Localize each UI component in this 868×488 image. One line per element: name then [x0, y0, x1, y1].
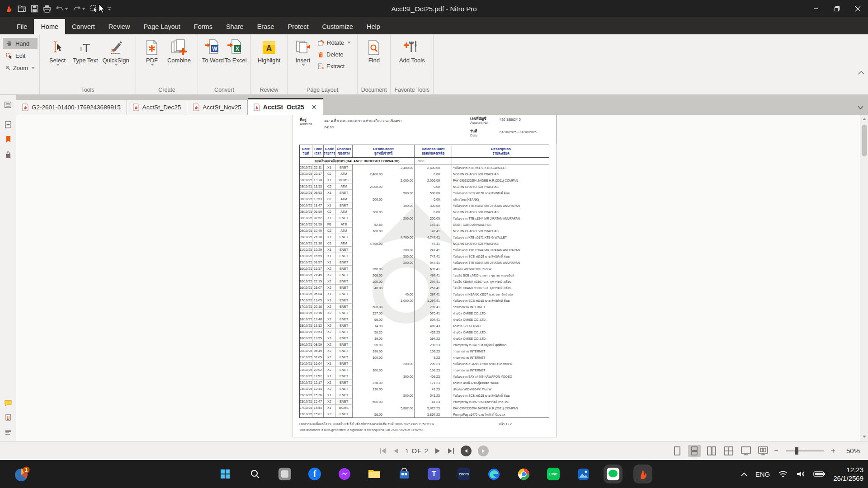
- menu-item-erase[interactable]: Erase: [250, 19, 281, 34]
- undo-button[interactable]: [55, 3, 69, 14]
- attachments-panel-icon[interactable]: [4, 413, 13, 422]
- collapse-ribbon-icon[interactable]: [858, 70, 864, 75]
- find-button[interactable]: Find: [361, 37, 387, 64]
- continuous-view-icon[interactable]: [688, 445, 701, 457]
- to-word-button[interactable]: W To Word: [202, 37, 224, 64]
- menu-item-convert[interactable]: Convert: [65, 19, 102, 34]
- fullscreen-view-icon[interactable]: [740, 445, 752, 457]
- zoom-slider-handle[interactable]: [795, 447, 798, 455]
- edit-tool-button[interactable]: Edit: [3, 50, 38, 61]
- grid-view-icon[interactable]: [722, 445, 735, 457]
- start-button[interactable]: [218, 467, 232, 481]
- menu-item-share[interactable]: Share: [219, 19, 250, 34]
- clock[interactable]: 12:23 26/1/2569: [833, 465, 863, 483]
- sidebar-toggle-icon[interactable]: [0, 95, 16, 115]
- last-page-button[interactable]: [447, 448, 454, 454]
- tab-close-icon[interactable]: ✕: [311, 103, 317, 111]
- quicksign-button[interactable]: x QuickSign: [99, 37, 132, 66]
- zoom-in-button[interactable]: +: [831, 446, 835, 455]
- microsoft-store-icon[interactable]: [397, 467, 411, 481]
- task-view-icon[interactable]: [278, 467, 292, 481]
- zoom-percentage[interactable]: 50%: [846, 447, 860, 455]
- bookmarks-panel-icon[interactable]: [4, 135, 13, 144]
- menu-item-customize[interactable]: Customize: [315, 19, 360, 34]
- file-explorer-icon[interactable]: [368, 467, 381, 481]
- restore-button[interactable]: [826, 0, 847, 17]
- quick-access-overflow-button[interactable]: [106, 3, 113, 14]
- menu-item-protect[interactable]: Protect: [281, 19, 316, 34]
- quicksign-caret[interactable]: [114, 64, 118, 66]
- search-icon[interactable]: [248, 467, 262, 481]
- document-tab-acctst_nov25[interactable]: AcctSt_Nov25: [187, 100, 248, 115]
- menu-item-home[interactable]: Home: [34, 19, 65, 34]
- minimize-button[interactable]: [806, 0, 826, 17]
- hand-tool-button[interactable]: Hand: [3, 38, 38, 49]
- document-tab-acctst_oct25[interactable]: AcctSt_Oct25✕: [248, 98, 323, 115]
- vertical-scrollbar[interactable]: [860, 115, 868, 441]
- extract-button[interactable]: Extract: [315, 61, 354, 72]
- combine-button[interactable]: Combine: [164, 37, 194, 64]
- comments-panel-icon[interactable]: [4, 399, 13, 408]
- tray-chevron-icon[interactable]: [741, 472, 747, 476]
- photos-icon[interactable]: [576, 467, 590, 481]
- chrome-icon[interactable]: [517, 467, 530, 481]
- zoom-slider[interactable]: [786, 447, 824, 455]
- battery-icon[interactable]: [813, 471, 825, 477]
- delete-button[interactable]: Delete: [315, 49, 354, 60]
- document-tab-acctst_dec25[interactable]: AcctSt_Dec25: [127, 100, 188, 115]
- highlight-button[interactable]: A Highlight: [255, 37, 283, 64]
- zoom-app-icon[interactable]: zoom: [457, 467, 471, 481]
- zoom-tool-button[interactable]: Zoom: [3, 62, 38, 74]
- menu-item-file[interactable]: File: [10, 19, 34, 34]
- create-pdf-button[interactable]: PDF: [140, 37, 164, 66]
- add-tools-button[interactable]: Add Tools: [394, 37, 429, 64]
- pages-panel-icon[interactable]: [4, 120, 13, 129]
- line-open-icon[interactable]: [606, 467, 620, 481]
- single-page-view-icon[interactable]: [671, 445, 684, 457]
- zoom-out-button[interactable]: −: [774, 446, 778, 455]
- previous-page-button[interactable]: [393, 448, 399, 454]
- output-panel-icon[interactable]: [4, 427, 13, 436]
- first-page-button[interactable]: [379, 448, 387, 454]
- language-indicator[interactable]: ENG: [755, 470, 770, 478]
- facebook-icon[interactable]: f: [308, 467, 321, 481]
- open-file-button[interactable]: [17, 3, 27, 14]
- select-caret[interactable]: [56, 64, 60, 66]
- wifi-icon[interactable]: [778, 470, 788, 478]
- redo-button[interactable]: [72, 3, 86, 14]
- menu-item-page-layout[interactable]: Page Layout: [137, 19, 187, 34]
- type-text-button[interactable]: ıT Type Text: [71, 37, 99, 64]
- edge-icon[interactable]: [487, 467, 500, 481]
- security-panel-icon[interactable]: [4, 150, 13, 159]
- view-forward-button[interactable]: [478, 446, 489, 456]
- facing-pages-view-icon[interactable]: [705, 445, 718, 457]
- create-pdf-caret[interactable]: [151, 64, 154, 66]
- fullscreen-pages-view-icon[interactable]: [757, 445, 769, 457]
- menu-item-help[interactable]: Help: [360, 19, 387, 34]
- line-pinned-icon[interactable]: LINE: [547, 467, 560, 481]
- document-tab-g2-2601-01400-1769243689915[interactable]: G2-2601-01400-1769243689915: [16, 100, 127, 115]
- select-button[interactable]: Select: [43, 37, 71, 66]
- view-back-button[interactable]: [461, 446, 472, 456]
- scroll-up-icon[interactable]: [862, 117, 867, 122]
- insert-caret[interactable]: [302, 64, 305, 66]
- save-button[interactable]: [30, 3, 39, 14]
- scroll-down-icon[interactable]: [862, 434, 867, 439]
- tab-list-chevron-icon[interactable]: [858, 106, 863, 109]
- rotate-button[interactable]: Rotate: [315, 37, 354, 48]
- insert-button[interactable]: Insert: [291, 37, 315, 66]
- undo-dropdown-caret[interactable]: [65, 8, 68, 10]
- messenger-icon[interactable]: [338, 467, 351, 481]
- scrollbar-thumb[interactable]: [862, 125, 867, 156]
- teams-icon[interactable]: T: [427, 467, 441, 481]
- rotate-caret[interactable]: [347, 42, 351, 44]
- volume-icon[interactable]: [796, 470, 805, 478]
- print-button[interactable]: [42, 3, 52, 14]
- menu-item-review[interactable]: Review: [102, 19, 137, 34]
- nitro-pro-taskbar-icon[interactable]: [636, 467, 650, 481]
- menu-item-forms[interactable]: Forms: [187, 19, 219, 34]
- next-page-button[interactable]: [435, 448, 441, 454]
- close-button[interactable]: [847, 0, 868, 17]
- zoom-dropdown-caret[interactable]: [31, 67, 35, 69]
- to-excel-button[interactable]: X To Excel: [224, 37, 247, 64]
